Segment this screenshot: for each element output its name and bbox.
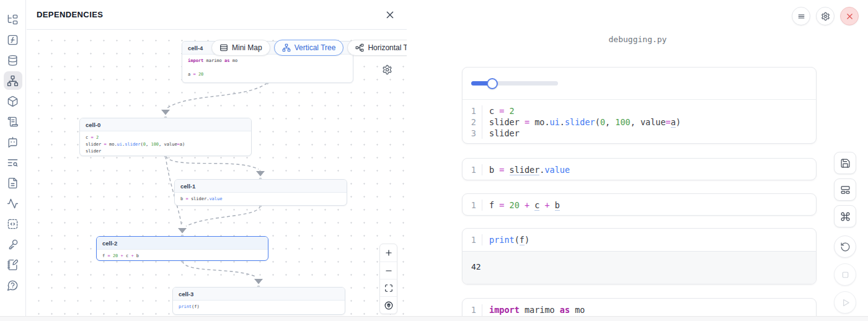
console-output: 42 [463, 251, 816, 284]
zoom-out-button[interactable] [380, 262, 397, 279]
zoom-in-button[interactable] [380, 244, 397, 262]
fit-view-button[interactable] [380, 279, 397, 296]
code-editor[interactable]: 123 c = 2slider = mo.ui.slider(0, 100, v… [463, 100, 816, 144]
activity-icon [7, 198, 19, 209]
undo-button[interactable] [834, 235, 856, 258]
dependency-graph-canvas[interactable]: cell-4 import marimo as mo a = 20 cell-0… [27, 30, 407, 316]
center-view-button[interactable] [380, 296, 397, 314]
code-editor[interactable]: 1 b = slider.value [463, 159, 816, 180]
graph-view-toggle: Mini Map Vertical Tree Horizontal Tree [211, 40, 407, 56]
sidebar-item-help[interactable] [4, 276, 22, 294]
graph-node-cell-2[interactable]: cell-2 f = 20 + c + b [96, 236, 268, 261]
chat-bot-icon [7, 136, 19, 148]
vertical-tree-label: Vertical Tree [294, 43, 336, 52]
slider-thumb[interactable] [487, 78, 498, 89]
graph-node-code: print(f) [173, 301, 345, 314]
layout-toggle-button[interactable] [834, 178, 856, 201]
graph-node-cell-3[interactable]: cell-3 print(f) [172, 287, 345, 315]
key-icon [7, 239, 19, 250]
sidebar-item-search[interactable] [4, 153, 22, 172]
sidebar-item-datasets[interactable] [4, 51, 22, 69]
arrowhead-icon [178, 228, 187, 234]
fit-view-icon [384, 284, 393, 292]
notebook-cell-b[interactable]: 1 b = slider.value [462, 158, 817, 180]
graph-node-code: f = 20 + c + b [97, 250, 268, 261]
vertical-tree-icon [282, 43, 291, 52]
notebook-cell-slider[interactable]: 123 c = 2slider = mo.ui.slider(0, 100, v… [462, 67, 817, 144]
slider-widget[interactable] [471, 81, 558, 86]
zoom-out-icon [384, 266, 393, 275]
mini-map-label: Mini Map [232, 43, 262, 52]
edge-cell4-cell0 [167, 83, 267, 108]
sidebar-item-chat[interactable] [4, 133, 22, 151]
sidebar-item-secrets[interactable] [4, 235, 22, 253]
list-search-icon [7, 157, 19, 169]
edge-cell1-cell2 [186, 206, 260, 226]
shutdown-button[interactable] [840, 7, 859, 25]
menu-button[interactable] [792, 7, 810, 25]
function-square-icon [7, 34, 19, 46]
helper-sidebar [0, 0, 26, 321]
run-button[interactable] [834, 291, 856, 314]
sidebar-item-tracing[interactable] [4, 194, 22, 213]
help-icon [7, 279, 19, 291]
sidebar-item-file-explorer[interactable] [4, 10, 22, 29]
sidebar-item-dependencies[interactable] [4, 71, 22, 90]
dependencies-panel-title: DEPENDENCIES [37, 10, 103, 19]
cell-output-area [463, 68, 816, 100]
sidebar-item-packages[interactable] [4, 92, 22, 110]
sidebar-item-scratchpad[interactable] [4, 255, 22, 274]
run-icon [840, 297, 851, 308]
status-bar [0, 316, 868, 321]
dependencies-panel-header: DEPENDENCIES [27, 0, 407, 30]
document-icon [7, 177, 19, 189]
code-editor[interactable]: 1 print(f) [463, 229, 816, 251]
save-button[interactable] [834, 152, 856, 174]
notebook-filename[interactable]: debugging.py [407, 35, 868, 44]
horizontal-tree-icon [355, 43, 364, 52]
graph-node-code: import marimo as mo a = 20 [182, 55, 353, 81]
graph-node-code: c = 2slider = mo.ui.slider(0, 100, value… [80, 131, 251, 156]
keyboard-shortcuts-button[interactable] [834, 205, 856, 227]
mini-map-icon [219, 43, 228, 52]
line-numbers: 123 [463, 105, 482, 139]
sidebar-item-variables[interactable] [4, 30, 22, 49]
stop-icon [840, 270, 851, 280]
close-panel-button[interactable] [383, 8, 397, 22]
code-lines: b = slider.value [482, 164, 570, 175]
notebook-cell-print[interactable]: 1 print(f) 42 [462, 228, 817, 284]
graph-settings-button[interactable] [380, 63, 394, 76]
notebook-cell-f[interactable]: 1 f = 20 + c + b [462, 193, 817, 216]
graph-node-cell-1[interactable]: cell-1 b = slider.value [174, 179, 347, 206]
notebook-area: debugging.py 123 c = 2slider = mo.ui.sli… [407, 0, 868, 316]
horizontal-tree-button[interactable]: Horizontal Tree [347, 40, 407, 56]
undo-icon [840, 242, 851, 252]
layout-panels-icon [840, 185, 851, 195]
settings-button[interactable] [816, 7, 835, 25]
sidebar-item-snippets[interactable] [4, 214, 22, 233]
edge-cell0-cell1 [166, 156, 259, 169]
arrowhead-icon [256, 171, 265, 177]
graph-zoom-controls [379, 244, 397, 314]
code-editor[interactable]: 1 f = 20 + c + b [463, 194, 816, 216]
scroll-icon [7, 116, 19, 128]
graph-node-code: b = slider.value [175, 193, 347, 206]
edge-cell2-cell3 [182, 261, 257, 277]
sidebar-item-logs[interactable] [4, 112, 22, 131]
mini-map-button[interactable]: Mini Map [211, 40, 270, 56]
graph-node-cell-0[interactable]: cell-0 c = 2slider = mo.ui.slider(0, 100… [79, 118, 252, 156]
package-icon [7, 95, 19, 107]
sidebar-item-documentation[interactable] [4, 174, 22, 192]
file-tree-icon [7, 14, 19, 25]
arrowhead-icon [254, 279, 263, 284]
menu-icon [797, 12, 806, 21]
stop-button[interactable] [834, 263, 856, 286]
line-numbers: 1 [463, 200, 482, 211]
vertical-tree-button[interactable]: Vertical Tree [274, 40, 344, 56]
horizontal-tree-label: Horizontal Tree [368, 43, 407, 52]
scratchpad-icon [7, 259, 19, 271]
zoom-in-icon [384, 248, 393, 257]
graph-node-title: cell-3 [173, 288, 345, 301]
shutdown-close-icon [845, 12, 854, 21]
graph-node-title: cell-2 [97, 237, 268, 250]
